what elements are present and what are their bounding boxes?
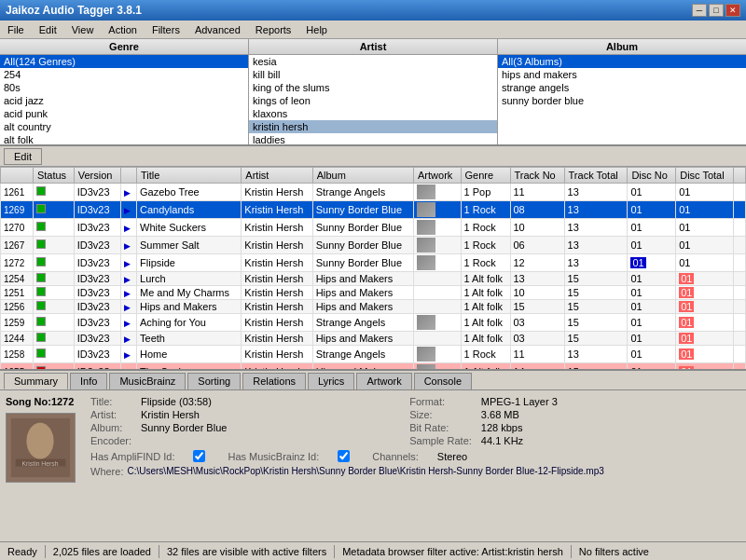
table-row[interactable]: 1272 ID3v23 ▶ Flipside Kristin Hersh Sun… <box>1 254 746 272</box>
artist-item[interactable]: king of the slums <box>249 81 497 94</box>
col-disctotal[interactable]: Disc Total <box>676 168 734 184</box>
genre-item-all[interactable]: All(124 Genres) <box>0 55 248 68</box>
cell-play[interactable]: ▶ <box>120 332 136 346</box>
maximize-button[interactable]: □ <box>709 4 724 17</box>
cell-play[interactable]: ▶ <box>120 300 136 314</box>
album-item[interactable]: strange angels <box>498 81 746 94</box>
cell-title: Flipside <box>137 254 242 272</box>
genre-item[interactable]: acid jazz <box>0 94 248 107</box>
cell-title: Aching for You <box>137 314 242 332</box>
menu-item-filters[interactable]: Filters <box>148 23 184 36</box>
tab-summary[interactable]: Summary <box>4 373 68 389</box>
cell-album: Hips and Makers <box>312 272 413 286</box>
status-ready: Ready <box>0 545 46 558</box>
col-artist[interactable]: Artist <box>242 168 312 184</box>
bottom-section: Summary Info MusicBrainz Sorting Relatio… <box>0 369 746 541</box>
album-list[interactable]: All(3 Albums) hips and makers strange an… <box>498 55 746 144</box>
table-row[interactable]: 1261 ID3v23 ▶ Gazebo Tree Kristin Hersh … <box>1 184 746 201</box>
cell-genre: 1 Alt folk <box>461 314 510 332</box>
samplerate-value: 44.1 KHz <box>481 435 740 446</box>
table-row[interactable]: 1269 ID3v23 ▶ Candylands Kristin Hersh S… <box>1 201 746 219</box>
cell-play[interactable]: ▶ <box>120 314 136 332</box>
col-album[interactable]: Album <box>312 168 413 184</box>
artist-item-kristin[interactable]: kristin hersh <box>249 120 497 133</box>
cell-play[interactable]: ▶ <box>120 286 136 300</box>
tab-console[interactable]: Console <box>414 373 472 389</box>
cell-version: ID3v23 <box>74 254 120 272</box>
menu-item-edit[interactable]: Edit <box>35 23 61 36</box>
cell-disctotal: 01 <box>676 286 734 300</box>
col-artwork[interactable]: Artwork <box>414 168 461 184</box>
tab-sorting[interactable]: Sorting <box>187 373 241 389</box>
cell-album: Sunny Border Blue <box>312 237 413 254</box>
status-bar: Ready 2,025 files are loaded 32 files ar… <box>0 541 746 560</box>
cell-disctotal: 01 <box>676 254 734 272</box>
cell-tracktotal: 13 <box>564 346 628 363</box>
col-discno[interactable]: Disc No <box>628 168 676 184</box>
cell-play[interactable]: ▶ <box>120 237 136 254</box>
col-tracktotal[interactable]: Track Total <box>564 168 628 184</box>
genre-item[interactable]: alt folk <box>0 133 248 144</box>
table-row[interactable]: 1251 ID3v23 ▶ Me and My Charms Kristin H… <box>1 286 746 300</box>
cell-genre: 1 Pop <box>461 184 510 201</box>
table-container[interactable]: Status Version Title Artist Album Artwor… <box>0 167 746 369</box>
cell-tracktotal: 13 <box>564 254 628 272</box>
album-label: Album: <box>90 422 131 433</box>
col-version[interactable]: Version <box>74 168 120 184</box>
cell-play[interactable]: ▶ <box>120 272 136 286</box>
edit-button[interactable]: Edit <box>4 148 42 165</box>
artist-item[interactable]: kings of leon <box>249 94 497 107</box>
artist-item[interactable]: laddies <box>249 133 497 144</box>
artist-list[interactable]: kesia kill bill king of the slums kings … <box>249 55 497 144</box>
table-row[interactable]: 1244 ID3v23 ▶ Teeth Kristin Hersh Hips a… <box>1 332 746 346</box>
genre-item[interactable]: acid punk <box>0 107 248 120</box>
menu-item-action[interactable]: Action <box>104 23 141 36</box>
table-row[interactable]: 1254 ID3v23 ▶ Lurch Kristin Hersh Hips a… <box>1 272 746 286</box>
title-bar: Jaikoz Audio Tagger 3.8.1 ─ □ ✕ <box>0 0 746 20</box>
col-status[interactable]: Status <box>33 168 74 184</box>
col-play[interactable] <box>120 168 136 184</box>
album-item-all[interactable]: All(3 Albums) <box>498 55 746 68</box>
menu-item-view[interactable]: View <box>68 23 98 36</box>
menu-item-file[interactable]: File <box>4 23 28 36</box>
genre-item[interactable]: 80s <box>0 81 248 94</box>
album-item[interactable]: sunny border blue <box>498 94 746 107</box>
tab-relations[interactable]: Relations <box>242 373 306 389</box>
cell-tracktotal: 15 <box>564 272 628 286</box>
minimize-button[interactable]: ─ <box>692 4 707 17</box>
cell-play[interactable]: ▶ <box>120 219 136 237</box>
artist-item[interactable]: kill bill <box>249 68 497 81</box>
menu-item-help[interactable]: Help <box>302 23 331 36</box>
artist-filter: Artist kesia kill bill king of the slums… <box>249 39 498 144</box>
menu-item-reports[interactable]: Reports <box>252 23 296 36</box>
col-title[interactable]: Title <box>137 168 242 184</box>
musicbrainz-checkbox[interactable] <box>338 450 350 462</box>
table-row[interactable]: 1258 ID3v23 ▶ Home Kristin Hersh Strange… <box>1 346 746 363</box>
tab-artwork[interactable]: Artwork <box>356 373 411 389</box>
table-row[interactable]: 1259 ID3v23 ▶ Aching for You Kristin Her… <box>1 314 746 332</box>
amplifind-checkbox[interactable] <box>193 450 205 462</box>
col-genre[interactable]: Genre <box>461 168 510 184</box>
menu-item-advanced[interactable]: Advanced <box>191 23 244 36</box>
cell-play[interactable]: ▶ <box>120 346 136 363</box>
tab-info[interactable]: Info <box>70 373 107 389</box>
col-id[interactable] <box>1 168 34 184</box>
table-row[interactable]: 1267 ID3v23 ▶ Summer Salt Kristin Hersh … <box>1 237 746 254</box>
tab-musicbrainz[interactable]: MusicBrainz <box>109 373 186 389</box>
genre-item[interactable]: 254 <box>0 68 248 81</box>
format-value: MPEG-1 Layer 3 <box>481 396 740 407</box>
table-row[interactable]: 1270 ID3v23 ▶ White Suckers Kristin Hers… <box>1 219 746 237</box>
close-button[interactable]: ✕ <box>725 4 740 17</box>
tab-lyrics[interactable]: Lyrics <box>308 373 354 389</box>
table-row[interactable]: 1256 ID3v23 ▶ Hips and Makers Kristin He… <box>1 300 746 314</box>
cell-play[interactable]: ▶ <box>120 254 136 272</box>
musicbrainz-label: Has MusicBrainz Id: <box>228 451 319 462</box>
genre-list[interactable]: All(124 Genres) 254 80s acid jazz acid p… <box>0 55 248 144</box>
col-trackno[interactable]: Track No <box>510 168 564 184</box>
album-item[interactable]: hips and makers <box>498 68 746 81</box>
cell-play[interactable]: ▶ <box>120 184 136 201</box>
cell-play[interactable]: ▶ <box>120 201 136 219</box>
genre-item[interactable]: alt country <box>0 120 248 133</box>
artist-item[interactable]: klaxons <box>249 107 497 120</box>
artist-item[interactable]: kesia <box>249 55 497 68</box>
